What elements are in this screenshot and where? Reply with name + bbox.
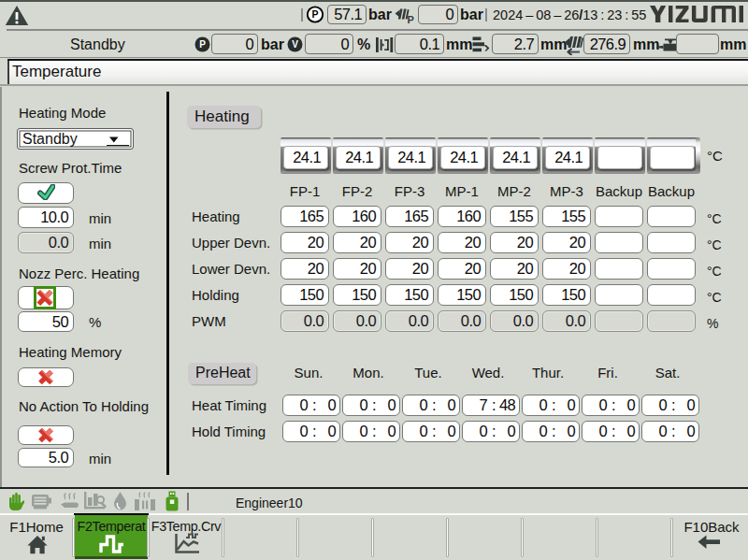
svg-text:P: P bbox=[199, 39, 206, 50]
svg-text:P: P bbox=[311, 8, 318, 20]
svg-text:V: V bbox=[292, 39, 298, 50]
svg-text:P: P bbox=[408, 14, 414, 25]
